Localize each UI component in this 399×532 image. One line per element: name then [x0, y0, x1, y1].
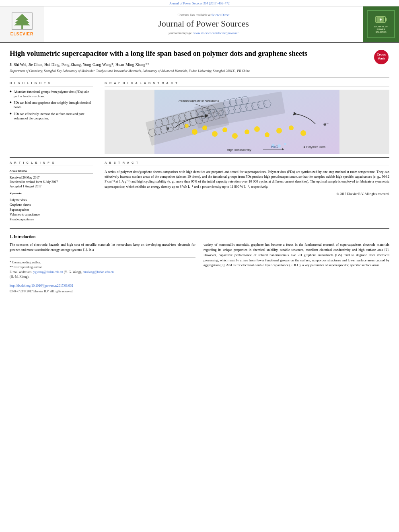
journal-title: Journal of Power Sources: [158, 18, 249, 29]
email-link-2[interactable]: hmxiong@fudan.edu.cn: [83, 270, 114, 274]
contents-available-text: Contents lists available at ScienceDirec…: [178, 13, 230, 17]
svg-point-60: [254, 126, 260, 132]
journal-reference-bar: Journal of Power Sources 364 (2017) 465–…: [0, 0, 399, 6]
history-label: Article history:: [10, 169, 93, 174]
keywords-section: Keywords: Polymer dots Graphene sheets S…: [10, 192, 93, 222]
authors: Ji-Shi Wei, Jie Chen, Hui Ding, Peng Zha…: [10, 62, 389, 67]
badge-line1: JOURNAL OF: [374, 25, 388, 28]
intro-right-col: variety of nonmetallic materials, graphe…: [204, 242, 389, 293]
svg-point-57: [222, 127, 227, 132]
introduction-section: 1. Introduction The concerns of electron…: [10, 228, 389, 293]
highlights-list: Abundant functional groups from polymer …: [10, 90, 93, 121]
email-footnote: E-mail addresses: ygwang@fudan.edu.cn (Y…: [10, 270, 195, 275]
svg-point-55: [202, 125, 207, 130]
svg-point-74: [272, 144, 275, 146]
svg-point-56: [212, 131, 218, 137]
journal-ref-text: Journal of Power Sources 364 (2017) 465–…: [169, 2, 229, 5]
intro-left-col: The concerns of electronic hazards and h…: [10, 242, 195, 293]
journal-homepage-link[interactable]: www.elsevier.com/locate/jpowsour: [193, 31, 239, 35]
battery-icon: [375, 14, 387, 25]
badge-line2: POWER: [374, 28, 388, 31]
svg-text:Cross: Cross: [377, 53, 386, 56]
article-info-col: A R T I C L E I N F O Article history: R…: [10, 158, 98, 229]
copyright-text: © 2017 Elsevier B.V. All rights reserved…: [105, 192, 389, 196]
footnote-area: * Corresponding author. ** Corresponding…: [10, 257, 195, 279]
highlights-graphical-section: H I G H L I G H T S Abundant functional …: [10, 78, 389, 157]
svg-text:e⁻: e⁻: [167, 125, 172, 131]
svg-text:e⁻: e⁻: [323, 121, 329, 127]
svg-point-64: [289, 125, 294, 130]
corresponding-author-2: ** Corresponding author.: [10, 265, 195, 270]
intro-left-text: The concerns of electronic hazards and h…: [10, 242, 195, 253]
abstract-heading: A B S T R A C T: [105, 161, 389, 166]
svg-point-54: [192, 129, 197, 135]
highlights-heading: H I G H L I G H T S: [10, 81, 93, 86]
science-direct-link[interactable]: ScienceDirect: [212, 13, 230, 17]
list-item: PDs can bind onto graphene sheets tightl…: [10, 101, 93, 109]
keyword-item: Volumetric capacitance: [10, 212, 93, 217]
svg-point-65: [300, 130, 306, 136]
abstract-text: A series of polymer dots/graphene sheets…: [105, 169, 389, 189]
svg-point-72: [278, 144, 281, 148]
corresponding-author-1: * Corresponding author.: [10, 260, 195, 265]
svg-text:Pseudocapacitive Reactions: Pseudocapacitive Reactions: [179, 99, 219, 103]
intro-right-text: variety of nonmetallic materials, graphe…: [204, 242, 389, 268]
list-item: PDs can effectively increase the surface…: [10, 112, 93, 121]
keyword-item: Graphene sheets: [10, 203, 93, 207]
keywords-label: Keywords:: [10, 192, 93, 196]
svg-point-58: [232, 133, 238, 139]
keyword-item: Supercapacitor: [10, 207, 93, 212]
abstract-col: A B S T R A C T A series of polymer dots…: [98, 158, 389, 229]
graphical-abstract-col: G R A P H I C A L A B S T R A C T: [98, 78, 389, 157]
email-name-footnote: (H.-M. Xiong).: [10, 275, 195, 279]
graphical-abstract-image: e⁻ e⁻ H₂O: [105, 90, 389, 154]
received-date: Received 26 May 2017: [10, 175, 93, 180]
article-history: Article history: Received 26 May 2017 Re…: [10, 169, 93, 189]
svg-text:● Polymer Dots: ● Polymer Dots: [303, 145, 325, 149]
crossmark-icon[interactable]: Cross Mark: [373, 49, 389, 65]
journal-header: ELSEVIER Contents lists available at Sci…: [0, 6, 399, 43]
highlights-col: H I G H L I G H T S Abundant functional …: [10, 78, 98, 157]
authors-text: Ji-Shi Wei, Jie Chen, Hui Ding, Peng Zha…: [10, 62, 149, 67]
article-title-container: High volumetric supercapacitor with a lo…: [10, 49, 389, 58]
intro-section-title: 1. Introduction: [10, 234, 389, 239]
graphical-abstract-heading: G R A P H I C A L A B S T R A C T: [105, 81, 389, 86]
article-info-abstract-section: A R T I C L E I N F O Article history: R…: [10, 157, 389, 229]
elsevier-tree-icon: [10, 12, 34, 30]
email-link-1[interactable]: ygwang@fudan.edu.cn: [33, 270, 64, 274]
intro-two-col: The concerns of electronic hazards and h…: [10, 242, 389, 293]
svg-point-62: [276, 128, 282, 134]
svg-point-61: [265, 132, 269, 137]
svg-point-73: [284, 143, 286, 145]
elsevier-wordmark: ELSEVIER: [10, 32, 33, 36]
keywords-list: Polymer dots Graphene sheets Supercapaci…: [10, 198, 93, 222]
keyword-item: Pseudocapacitance: [10, 217, 93, 222]
svg-text:Mark: Mark: [378, 57, 385, 60]
keyword-item: Polymer dots: [10, 198, 93, 203]
affiliation: Department of Chemistry, Shanghai Key La…: [10, 69, 389, 73]
accepted-date: Accepted 1 August 2017: [10, 184, 93, 189]
affiliation-text: Department of Chemistry, Shanghai Key La…: [10, 69, 250, 73]
svg-point-59: [245, 129, 249, 134]
elsevier-logo-section: ELSEVIER: [0, 6, 44, 42]
article-info-heading: A R T I C L E I N F O: [10, 161, 93, 166]
article-content: High volumetric supercapacitor with a lo…: [0, 43, 399, 300]
journal-homepage: journal homepage: www.elsevier.com/locat…: [169, 31, 239, 35]
svg-text:High conductivity: High conductivity: [227, 148, 251, 152]
badge-line3: SOURCES: [374, 31, 388, 34]
issn-text: 0378-7753/© 2017 Elsevier B.V. All right…: [10, 290, 73, 293]
doi-section: http://dx.doi.org/10.1016/j.jpowsour.201…: [10, 283, 195, 288]
revised-date: Received in revised form 6 July 2017: [10, 180, 93, 184]
issn-section: 0378-7753/© 2017 Elsevier B.V. All right…: [10, 289, 195, 293]
svg-rect-6: [385, 18, 387, 21]
svg-point-63: [185, 124, 189, 128]
graphical-abstract-svg: e⁻ e⁻ H₂O: [105, 90, 389, 154]
doi-link[interactable]: http://dx.doi.org/10.1016/j.jpowsour.201…: [10, 284, 73, 288]
power-sources-badge: JOURNAL OF POWER SOURCES: [367, 10, 395, 38]
journal-center-info: Contents lists available at ScienceDirec…: [44, 6, 363, 42]
power-sources-logo: JOURNAL OF POWER SOURCES: [363, 6, 399, 42]
list-item: Abundant functional groups from polymer …: [10, 90, 93, 99]
article-title-text: High volumetric supercapacitor with a lo…: [10, 49, 307, 58]
